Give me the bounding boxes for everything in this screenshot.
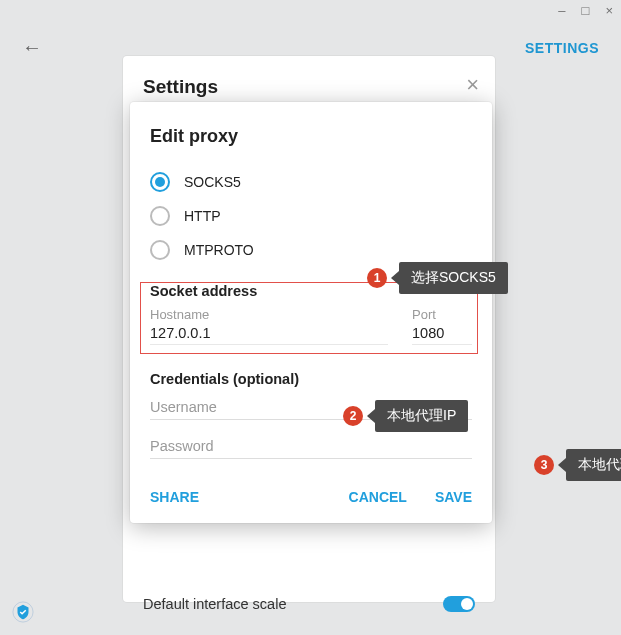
- proxy-type-socks5[interactable]: SOCKS5: [130, 165, 492, 199]
- credentials-title: Credentials (optional): [150, 371, 472, 387]
- annotation-2: 2 本地代理IP: [343, 400, 468, 432]
- hostname-field[interactable]: Hostname 127.0.0.1: [150, 303, 388, 345]
- modal-title: Edit proxy: [130, 126, 492, 165]
- port-field[interactable]: Port 1080: [412, 303, 472, 345]
- annotation-pointer-icon: [367, 409, 375, 423]
- annotation-1: 1 选择SOCKS5: [367, 262, 508, 294]
- cancel-button[interactable]: CANCEL: [349, 489, 407, 505]
- annotation-number: 1: [367, 268, 387, 288]
- radio-label: MTPROTO: [184, 242, 254, 258]
- annotation-number: 2: [343, 406, 363, 426]
- default-scale-label: Default interface scale: [143, 596, 286, 612]
- password-input[interactable]: Password: [150, 430, 472, 459]
- edit-proxy-modal: Edit proxy SOCKS5 HTTP MTPROTO Socket ad…: [130, 102, 492, 523]
- modal-footer: SHARE CANCEL SAVE: [130, 469, 492, 523]
- window-close[interactable]: ×: [601, 1, 617, 20]
- annotation-pointer-icon: [391, 271, 399, 285]
- default-scale-toggle[interactable]: [443, 596, 475, 612]
- proxy-type-http[interactable]: HTTP: [130, 199, 492, 233]
- annotation-3: 3 本地代理默认端口: [534, 449, 621, 481]
- radio-label: HTTP: [184, 208, 221, 224]
- save-button[interactable]: SAVE: [435, 489, 472, 505]
- close-icon[interactable]: ×: [466, 72, 479, 98]
- port-value[interactable]: 1080: [412, 322, 472, 345]
- radio-icon: [150, 240, 170, 260]
- settings-link[interactable]: SETTINGS: [525, 40, 599, 56]
- annotation-text: 本地代理IP: [375, 400, 468, 432]
- annotation-text: 选择SOCKS5: [399, 262, 508, 294]
- hostname-label: Hostname: [150, 307, 388, 322]
- radio-icon: [150, 172, 170, 192]
- socket-fields: Hostname 127.0.0.1 Port 1080: [130, 303, 492, 345]
- default-scale-row: Default interface scale: [143, 596, 475, 612]
- annotation-text: 本地代理默认端口: [566, 449, 621, 481]
- annotation-number: 3: [534, 455, 554, 475]
- window-minimize[interactable]: –: [554, 1, 569, 20]
- window-controls: – □ ×: [554, 1, 617, 20]
- shield-icon[interactable]: [12, 601, 34, 623]
- back-arrow-icon[interactable]: ←: [22, 36, 42, 59]
- radio-label: SOCKS5: [184, 174, 241, 190]
- settings-title: Settings: [143, 76, 475, 98]
- port-label: Port: [412, 307, 472, 322]
- hostname-value[interactable]: 127.0.0.1: [150, 322, 388, 345]
- window-maximize[interactable]: □: [578, 1, 594, 20]
- share-button[interactable]: SHARE: [150, 489, 199, 505]
- radio-icon: [150, 206, 170, 226]
- annotation-pointer-icon: [558, 458, 566, 472]
